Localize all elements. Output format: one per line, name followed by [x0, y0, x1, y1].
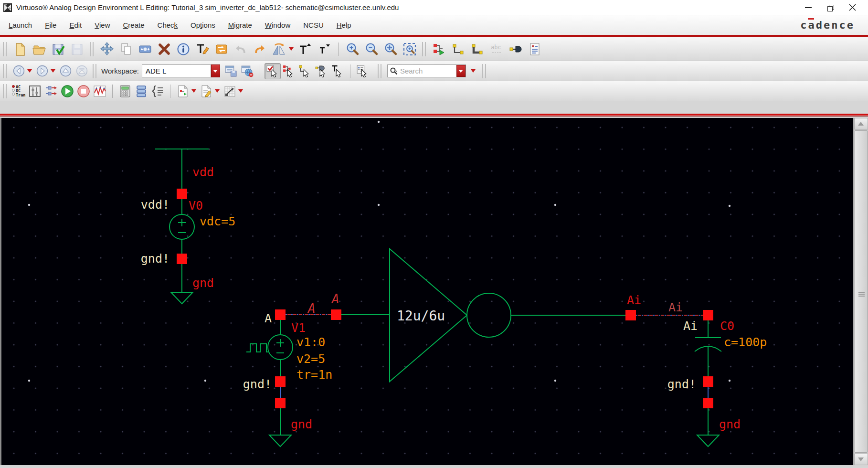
pin-square[interactable] [331, 309, 341, 320]
stop-simulation-button[interactable] [75, 83, 92, 99]
menu-ncsu[interactable]: NCSU [303, 21, 324, 29]
instance-name-v0[interactable]: V0 [189, 199, 203, 213]
pin-square[interactable] [703, 376, 713, 387]
log-viewer-button[interactable] [149, 83, 166, 99]
nav-forward-dropdown[interactable] [51, 69, 55, 73]
create-pin-button[interactable] [506, 40, 525, 59]
layout-editor-dropdown[interactable] [238, 89, 243, 93]
search-dropdown-button[interactable] [456, 65, 466, 77]
results-browser-button[interactable] [133, 83, 149, 99]
wire-label-ai[interactable]: Ai [668, 300, 683, 314]
workspace-combo[interactable]: ADE L [142, 64, 220, 77]
pin-square[interactable] [703, 398, 713, 408]
pin-square[interactable] [275, 309, 286, 320]
redo-button[interactable] [250, 40, 269, 59]
toolbar-handle[interactable] [90, 42, 94, 56]
workspace-revert-button[interactable] [239, 63, 255, 79]
text-larger-button[interactable] [296, 40, 315, 59]
netlist-view-dropdown[interactable] [191, 89, 196, 93]
wire-label-a1[interactable]: A [307, 301, 316, 316]
netlist-edit-button[interactable] [198, 83, 214, 99]
net-label-gnd[interactable]: gnd [192, 276, 214, 290]
schematic-canvas[interactable]: vdd vdd! V0 vdc=5 gnd! gnd A [0, 118, 853, 465]
param-v1[interactable]: v1:0 [296, 335, 325, 349]
create-instance-button[interactable] [430, 40, 449, 59]
descend-edit-button[interactable] [212, 40, 231, 59]
param-c[interactable]: c=100p [724, 335, 767, 349]
rotate-dropdown[interactable] [289, 47, 294, 51]
toolbar-handle[interactable] [3, 84, 7, 98]
pin-square[interactable] [275, 398, 286, 408]
search-box[interactable] [387, 64, 466, 77]
create-narrow-wire-button[interactable] [449, 40, 468, 59]
rotate-button[interactable] [269, 40, 288, 59]
filter-full-button[interactable] [265, 63, 281, 79]
choose-analyses-button[interactable]: ACDCTrans [11, 83, 27, 99]
workspace-dropdown-button[interactable] [211, 64, 220, 77]
pin-label-gnd[interactable]: gnd! [243, 377, 272, 391]
delete-button[interactable] [155, 40, 174, 59]
nav-back-button[interactable] [11, 63, 27, 79]
edit-wire-name-button[interactable] [193, 40, 212, 59]
instance-name-c0[interactable]: C0 [720, 319, 734, 333]
menu-window[interactable]: Window [265, 21, 290, 29]
object-properties-button[interactable] [355, 63, 371, 79]
text-smaller-button[interactable] [315, 40, 334, 59]
toolbar-handle[interactable] [93, 64, 96, 78]
netlist-view-button[interactable] [175, 83, 191, 99]
param-vdc[interactable]: vdc=5 [200, 214, 235, 228]
create-wide-wire-button[interactable] [468, 40, 487, 59]
workspace-save-button[interactable] [223, 63, 239, 79]
pin-square[interactable] [703, 310, 713, 320]
toolbar-handle[interactable] [378, 64, 381, 78]
vertical-scrollbar[interactable] [853, 118, 868, 465]
nav-forward-button[interactable] [34, 63, 50, 79]
pin-square[interactable] [177, 189, 187, 199]
close-button[interactable] [848, 3, 857, 12]
filter-instance-button[interactable] [281, 63, 297, 79]
inverter-size-label[interactable]: 12u/6u [397, 308, 445, 324]
zoom-to-point-button[interactable] [381, 40, 400, 59]
zoom-in-button[interactable] [343, 40, 362, 59]
menu-migrate[interactable]: Migrate [228, 21, 252, 29]
plot-waveform-button[interactable] [92, 83, 108, 99]
net-label-ai[interactable]: Ai [627, 293, 641, 307]
nav-up-button[interactable] [57, 63, 74, 79]
open-folder-button[interactable] [30, 40, 49, 59]
filter-wire-button[interactable] [297, 63, 313, 79]
toolbar-handle[interactable] [422, 42, 426, 56]
toolbar-handle[interactable] [482, 64, 486, 78]
param-tr[interactable]: tr=1n [296, 368, 332, 382]
netlist-and-run-button[interactable] [43, 83, 59, 99]
create-block-button[interactable] [525, 40, 544, 59]
pin-label-ai[interactable]: Ai [683, 319, 698, 333]
pin-square[interactable] [275, 376, 286, 387]
zoom-out-button[interactable] [362, 40, 381, 59]
menu-options[interactable]: Options [191, 21, 215, 29]
calculator-button[interactable] [117, 83, 133, 99]
scroll-down-button[interactable] [854, 454, 868, 465]
check-and-save-button[interactable] [49, 40, 68, 59]
filter-label-button[interactable] [329, 63, 346, 79]
fit-to-screen-button[interactable] [400, 40, 419, 59]
restore-button[interactable] [826, 3, 835, 12]
move-button[interactable] [97, 40, 116, 59]
minimize-button[interactable] [804, 3, 813, 12]
new-file-button[interactable] [11, 40, 30, 59]
edit-variables-button[interactable] [27, 83, 43, 99]
net-label-gnd[interactable]: gnd [291, 417, 312, 431]
pin-label-gnd[interactable]: gnd! [141, 252, 169, 266]
net-label-vdd[interactable]: vdd [192, 165, 214, 179]
pin-square[interactable] [625, 310, 636, 320]
instance-name-v1[interactable]: V1 [291, 321, 306, 335]
search-options-dropdown[interactable] [471, 69, 476, 73]
pin-label-vdd[interactable]: vdd! [141, 198, 169, 212]
scrollbar-thumb[interactable] [855, 130, 868, 453]
menu-edit[interactable]: Edit [69, 21, 82, 29]
filter-pin-button[interactable] [313, 63, 329, 79]
copy-button[interactable] [116, 40, 136, 59]
param-v2[interactable]: v2=5 [296, 352, 325, 366]
nav-back-dropdown[interactable] [27, 69, 32, 73]
menu-check[interactable]: Check [158, 21, 178, 29]
menu-help[interactable]: Help [337, 21, 351, 29]
